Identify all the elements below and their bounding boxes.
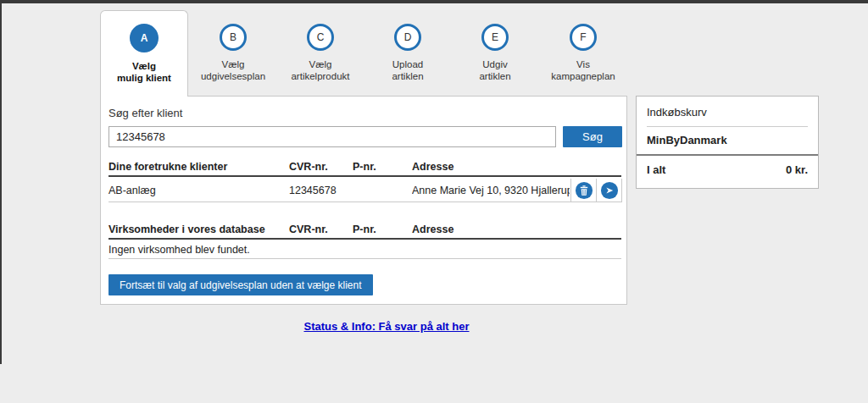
cart-title: Indkøbskurv <box>637 97 818 119</box>
shopping-cart-panel: Indkøbskurv MinByDanmark I alt 0 kr. <box>636 96 819 189</box>
no-results-message: Ingen virksomhed blev fundet. <box>108 244 250 256</box>
cart-total-label: I alt <box>647 163 665 176</box>
cart-total-row: I alt 0 kr. <box>637 156 818 176</box>
step-tab-f[interactable]: F Vis kampagneplan <box>539 10 627 82</box>
database-table-title: Virksomheder i vores database <box>108 224 265 235</box>
client-address-cell: Anne Marie Vej 10, 9320 Hjallerup <box>412 185 570 196</box>
step-tab-a-active[interactable]: A Vælg mulig klient <box>100 10 188 97</box>
arrow-right-icon <box>597 181 621 200</box>
step-circle-f: F <box>570 24 597 51</box>
step-circle-b: B <box>220 24 247 51</box>
cart-brand-name: MinByDanmark <box>637 127 818 146</box>
step-label-e: Udgiv artiklen <box>451 58 539 82</box>
step-tab-c[interactable]: C Vælg artikelprodukt <box>276 10 364 82</box>
step-label-f: Vis kampagneplan <box>539 58 627 82</box>
column-header-adresse: Adresse <box>412 224 453 235</box>
step-circle-a: A <box>130 24 159 52</box>
select-client-button[interactable] <box>596 179 622 202</box>
favorites-table-title: Dine foretrukne klienter <box>108 161 227 173</box>
step-circle-d: D <box>394 24 421 51</box>
search-label: Søg efter klient <box>108 107 182 119</box>
step-label-b: Vælg udgivelsesplan <box>189 58 277 82</box>
continue-without-client-button[interactable]: Fortsæt til valg af udgivelsesplan uden … <box>108 274 373 295</box>
database-table-header: Virksomheder i vores database CVR-nr. P-… <box>108 222 621 240</box>
cart-total-value: 0 kr. <box>786 163 808 176</box>
step-label-a: Vælg mulig klient <box>101 60 187 84</box>
step-tab-d[interactable]: D Upload artiklen <box>364 10 452 82</box>
search-button[interactable]: Søg <box>563 126 622 147</box>
client-cvr-cell: 12345678 <box>289 185 337 196</box>
client-name-cell: AB-anlæg <box>108 185 156 196</box>
step-label-d: Upload artiklen <box>364 58 452 82</box>
step-label-c: Vælg artikelprodukt <box>276 58 364 82</box>
status-info-link[interactable]: Status & Info: Få svar på alt her <box>303 320 469 333</box>
window-top-border <box>0 0 868 3</box>
step-circle-c: C <box>307 24 334 51</box>
column-header-adresse: Adresse <box>412 161 453 173</box>
step-tab-e[interactable]: E Udgiv artiklen <box>451 10 539 82</box>
footer: Status & Info: Få svar på alt her <box>100 318 673 334</box>
step-circle-e: E <box>481 24 509 51</box>
delete-client-button[interactable] <box>570 179 596 202</box>
column-header-cvr: CVR-nr. <box>289 224 328 235</box>
column-header-cvr: CVR-nr. <box>289 161 328 173</box>
favorite-client-row: AB-anlæg 12345678 Anne Marie Vej 10, 932… <box>108 179 621 202</box>
client-search-panel: Søg efter klient Søg Dine foretrukne kli… <box>100 96 627 305</box>
column-header-pnr: P-nr. <box>353 224 376 235</box>
step-tab-b[interactable]: B Vælg udgivelsesplan <box>189 10 277 82</box>
client-search-input[interactable] <box>108 126 556 147</box>
window-left-border <box>0 0 2 364</box>
database-empty-row: Ingen virksomhed blev fundet. <box>108 240 621 259</box>
trash-icon <box>571 181 596 200</box>
favorites-table-header: Dine foretrukne klienter CVR-nr. P-nr. A… <box>108 159 621 177</box>
column-header-pnr: P-nr. <box>353 161 376 173</box>
